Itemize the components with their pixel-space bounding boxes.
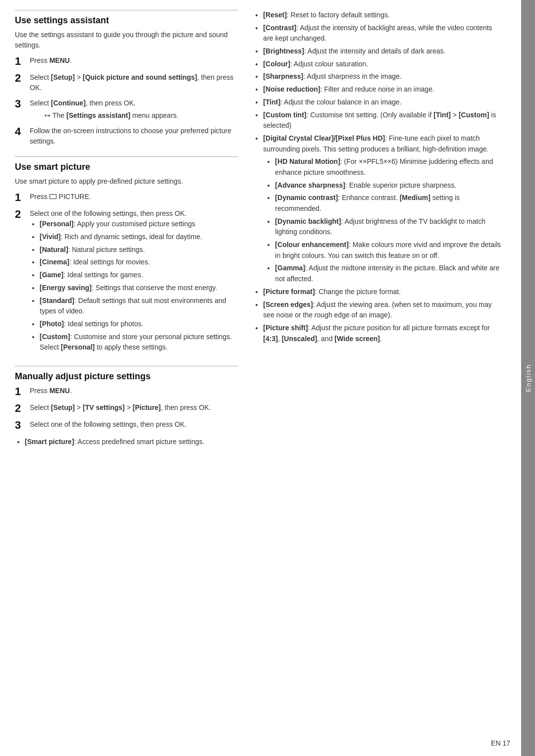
list-item: [Vivid]: Rich and dynamic settings, idea… (40, 232, 238, 243)
section-title-manually-adjust: Manually adjust picture settings (15, 371, 238, 382)
list-item: [Energy saving]: Settings that conserve … (40, 283, 238, 294)
step-3-settings: 3 Select [Continue], then press OK. ↦ Th… (15, 98, 238, 121)
list-item: [Picture shift]: Adjust the picture posi… (263, 323, 501, 344)
list-item: [Dynamic contrast]: Enhance contrast. [M… (275, 193, 501, 214)
step-text: Press PICTURE. (30, 192, 238, 202)
arrow-line: ↦ The [Settings assistant] menu appears. (45, 110, 238, 121)
step-text: Select [Setup] > [TV settings] > [Pictur… (30, 403, 238, 413)
manual-adjust-bullets: [Smart picture]: Access predefined smart… (15, 437, 238, 448)
right-column: [Reset]: Reset to factory default settin… (248, 10, 501, 741)
step-number: 1 (15, 55, 30, 67)
list-item: [Game]: Ideal settings for games. (40, 270, 238, 281)
list-item: [Natural]: Natural picture settings. (40, 245, 238, 255)
smart-picture-options: [Personal]: Apply your customised pictur… (30, 219, 238, 353)
step-text: Press MENU. (30, 55, 238, 66)
list-item: [Sharpness]: Adjust sharpness in the ima… (263, 71, 501, 82)
step-text: Select [Continue], then press OK. ↦ The … (30, 98, 238, 121)
step-number: 3 (15, 98, 30, 110)
section-manually-adjust: Manually adjust picture settings 1 Press… (15, 371, 238, 447)
section-divider-2 (15, 156, 238, 157)
list-item: [Custom]: Customise and store your perso… (40, 332, 238, 353)
list-item: [Picture format]: Change the picture for… (263, 287, 501, 298)
list-item: [Noise reduction]: Filter and reduce noi… (263, 84, 501, 95)
list-item: [Screen edges]: Adjust the viewing area.… (263, 300, 501, 321)
list-item: [Smart picture]: Access predefined smart… (25, 437, 238, 448)
list-item: [Colour]: Adjust colour saturation. (263, 59, 501, 70)
step-text: Follow the on-screen instructions to cho… (30, 126, 238, 147)
section-title-settings-assistant: Use settings assistant (15, 15, 238, 26)
list-item: [Brightness]: Adjust the intensity and d… (263, 46, 501, 57)
picture-icon (50, 194, 56, 199)
list-item: [Tint]: Adjust the colour balance in an … (263, 97, 501, 108)
step-1-settings: 1 Press MENU. (15, 55, 238, 67)
left-column: Use settings assistant Use the settings … (15, 10, 248, 741)
step-number: 1 (15, 386, 30, 398)
side-tab: English (521, 0, 535, 756)
list-item: [Contrast]: Adjust the intensity of back… (263, 23, 501, 44)
step-text: Select one of the following settings, th… (30, 419, 238, 430)
side-tab-label: English (525, 364, 532, 392)
step-text: Select [Setup] > [Quick picture and soun… (30, 72, 238, 93)
section-use-settings-assistant: Use settings assistant Use the settings … (15, 15, 238, 147)
list-item: [Cinema]: Ideal settings for movies. (40, 257, 238, 268)
step-number: 2 (15, 403, 30, 414)
section-use-smart-picture: Use smart picture Use smart picture to a… (15, 162, 238, 356)
list-item: [Advance sharpness]: Enable superior pic… (275, 180, 501, 191)
list-item: [Photo]: Ideal settings for photos. (40, 319, 238, 330)
list-item: [Dynamic backlight]: Adjust brightness o… (275, 216, 501, 238)
step-number: 2 (15, 72, 30, 84)
sub-bullet-list: [HD Natural Motion]: (For ××PFL5××6) Min… (263, 156, 501, 285)
list-item: [Custom tint]: Customise tint setting. (… (263, 110, 501, 131)
list-item: [Digital Crystal Clear]/[Pixel Plus HD]:… (263, 133, 501, 285)
section-divider-3 (15, 366, 238, 366)
step-text: Press MENU. (30, 386, 238, 396)
section-divider-1 (15, 10, 238, 10)
list-item: [Gamma]: Adjust the midtone intensity in… (275, 263, 501, 284)
main-content: Use settings assistant Use the settings … (0, 0, 521, 756)
step-2-manual: 2 Select [Setup] > [TV settings] > [Pict… (15, 403, 238, 414)
step-2-settings: 2 Select [Setup] > [Quick picture and so… (15, 72, 238, 93)
step-number: 2 (15, 208, 30, 220)
step-4-settings: 4 Follow the on-screen instructions to c… (15, 126, 238, 147)
page-container: Use settings assistant Use the settings … (0, 0, 535, 756)
step-number: 1 (15, 192, 30, 203)
list-item: [Reset]: Reset to factory default settin… (263, 10, 501, 21)
section-desc-smart-picture: Use smart picture to apply pre-defined p… (15, 176, 238, 187)
step-text: Select one of the following settings, th… (30, 208, 238, 356)
section-desc-settings-assistant: Use the settings assistant to guide you … (15, 30, 238, 50)
right-column-bullets: [Reset]: Reset to factory default settin… (253, 10, 501, 344)
step-2-smart: 2 Select one of the following settings, … (15, 208, 238, 356)
step-number: 3 (15, 419, 30, 431)
list-item: [Colour enhancement]: Make colours more … (275, 240, 501, 261)
list-item: [Personal]: Apply your customised pictur… (40, 219, 238, 230)
section-title-smart-picture: Use smart picture (15, 162, 238, 172)
step-1-manual: 1 Press MENU. (15, 386, 238, 398)
list-item: [Standard]: Default settings that suit m… (40, 296, 238, 317)
arrow-symbol: ↦ (45, 110, 51, 121)
step-number: 4 (15, 126, 30, 138)
step-3-manual: 3 Select one of the following settings, … (15, 419, 238, 431)
page-number: EN 17 (491, 739, 510, 747)
list-item: [HD Natural Motion]: (For ××PFL5××6) Min… (275, 156, 501, 178)
step-1-smart: 1 Press PICTURE. (15, 192, 238, 203)
arrow-text: The [Settings assistant] menu appears. (53, 110, 178, 121)
